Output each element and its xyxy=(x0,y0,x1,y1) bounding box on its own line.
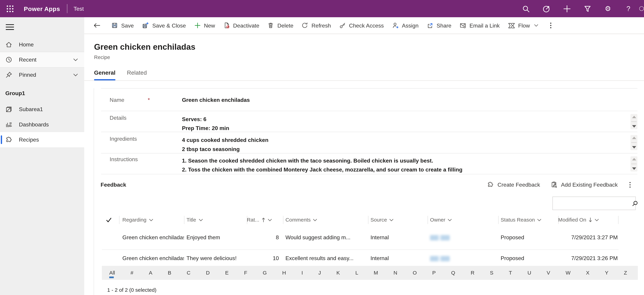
scroll-down-icon[interactable] xyxy=(632,146,636,148)
sidebar-item-dashboards[interactable]: Dashboards xyxy=(0,117,84,132)
jump-bar-item-x[interactable]: X xyxy=(586,266,590,280)
new-button[interactable]: New xyxy=(190,18,219,32)
column-header-comments[interactable]: Comments xyxy=(283,215,368,225)
jump-bar-item-#[interactable]: # xyxy=(130,266,134,280)
account-icon[interactable] xyxy=(639,0,644,17)
jump-bar-item-s[interactable]: S xyxy=(490,266,493,280)
more-commands-icon[interactable] xyxy=(545,18,556,32)
regarding-link[interactable]: Green chicken enchiladas xyxy=(119,229,184,246)
jump-bar-item-m[interactable]: M xyxy=(374,266,378,280)
help-icon[interactable]: ? xyxy=(618,0,639,17)
jump-bar-item-i[interactable]: I xyxy=(302,266,303,280)
table-row[interactable]: Green chicken enchiladas Enjoyed them 8 … xyxy=(102,229,619,246)
sidebar-item-recent[interactable]: Recent xyxy=(0,52,84,67)
save-and-close-button[interactable]: Save & Close xyxy=(138,18,190,32)
save-and-close-label: Save & Close xyxy=(152,22,186,28)
jump-bar-item-q[interactable]: Q xyxy=(451,266,455,280)
column-header-title[interactable]: Title xyxy=(184,215,247,225)
jump-bar-item-z[interactable]: Z xyxy=(624,266,627,280)
jump-bar-item-u[interactable]: U xyxy=(528,266,531,280)
flow-button[interactable]: Flow xyxy=(504,18,542,32)
save-button[interactable]: Save xyxy=(107,18,138,32)
deactivate-button[interactable]: Deactivate xyxy=(219,18,264,32)
jump-bar-item-h[interactable]: H xyxy=(282,266,286,280)
details-field-value[interactable]: Serves: 6 Prep Time: 20 min xyxy=(182,111,638,132)
status-reason-cell: Proposed xyxy=(498,250,558,267)
jump-bar-item-l[interactable]: L xyxy=(356,266,358,280)
jump-bar-item-r[interactable]: R xyxy=(470,266,474,280)
delete-button[interactable]: Delete xyxy=(264,18,298,32)
create-feedback-button[interactable]: Create Feedback xyxy=(484,181,544,188)
jump-bar-item-g[interactable]: G xyxy=(263,266,267,280)
back-button[interactable] xyxy=(90,18,104,32)
column-header-status-reason[interactable]: Status Reason xyxy=(498,215,558,225)
feedback-more-commands-icon[interactable] xyxy=(625,182,635,188)
jump-bar-item-w[interactable]: W xyxy=(566,266,571,280)
jump-bar-item-c[interactable]: C xyxy=(187,266,190,280)
jump-bar-item-o[interactable]: O xyxy=(413,266,417,280)
ingredients-field-value[interactable]: 4 cups cooked shredded chicken 2 tbsp ta… xyxy=(182,132,638,153)
grid-search-input[interactable] xyxy=(553,197,632,210)
title-link[interactable]: They were delicious! xyxy=(184,250,247,267)
instructions-field-value[interactable]: 1. Season the cooked shredded chicken wi… xyxy=(182,153,638,174)
column-header-source[interactable]: Source xyxy=(368,215,428,225)
column-header-regarding[interactable]: Regarding xyxy=(119,215,184,225)
ingredients-scroll-stepper[interactable] xyxy=(630,135,638,150)
sidebar-group-label: Group1 xyxy=(0,87,84,99)
refresh-button[interactable]: Refresh xyxy=(298,18,335,32)
sidebar-item-home[interactable]: Home xyxy=(0,37,84,52)
name-field-value[interactable]: Green chicken enchiladas xyxy=(182,88,638,111)
search-icon[interactable] xyxy=(515,0,536,17)
sidebar-item-pinned[interactable]: Pinned xyxy=(0,67,84,82)
hamburger-menu-icon[interactable] xyxy=(0,17,20,37)
circle-arrow-icon[interactable] xyxy=(536,0,556,17)
scroll-up-icon[interactable] xyxy=(632,158,636,160)
jump-bar-item-a[interactable]: A xyxy=(149,266,152,280)
column-header-modified-on[interactable]: Modified On xyxy=(558,215,618,225)
instructions-scroll-stepper[interactable] xyxy=(630,156,638,172)
chevron-down-icon xyxy=(73,58,78,61)
jump-bar-item-k[interactable]: K xyxy=(336,266,340,280)
jump-bar-item-p[interactable]: P xyxy=(432,266,436,280)
tab-related[interactable]: Related xyxy=(127,69,147,80)
column-header-owner[interactable]: Owner xyxy=(428,215,498,225)
sidebar-item-label: Recent xyxy=(19,57,36,63)
scroll-up-icon[interactable] xyxy=(632,116,636,118)
jump-bar-item-y[interactable]: Y xyxy=(605,266,608,280)
scroll-down-icon[interactable] xyxy=(632,125,636,127)
jump-bar-item-b[interactable]: B xyxy=(168,266,171,280)
field-row-ingredients: Ingredients 4 cups cooked shredded chick… xyxy=(94,132,638,153)
environment-name[interactable]: Test xyxy=(74,5,84,12)
column-header-rating[interactable]: Rat... xyxy=(247,215,283,225)
deactivate-label: Deactivate xyxy=(233,22,259,28)
email-a-link-button[interactable]: Email a Link xyxy=(456,18,504,32)
check-access-button[interactable]: Check Access xyxy=(335,18,388,32)
filter-icon[interactable] xyxy=(577,0,598,17)
grid-search-icon[interactable] xyxy=(632,200,638,207)
title-link[interactable]: Enjoyed them xyxy=(184,229,247,246)
jump-bar-item-f[interactable]: F xyxy=(244,266,248,280)
sidebar-item-recipes[interactable]: Recipes xyxy=(0,132,84,147)
gear-icon[interactable]: ⚙ xyxy=(598,0,618,17)
select-all-check-icon[interactable] xyxy=(102,215,119,225)
add-existing-feedback-button[interactable]: Add Existing Feedback xyxy=(548,181,621,188)
table-row[interactable]: Green chicken enchiladas They were delic… xyxy=(102,250,619,267)
assign-button[interactable]: Assign xyxy=(388,18,423,32)
jump-bar-item-t[interactable]: T xyxy=(509,266,512,280)
scroll-down-icon[interactable] xyxy=(632,167,636,170)
share-button[interactable]: Share xyxy=(422,18,456,32)
waffle-menu-icon[interactable] xyxy=(0,0,20,17)
sidebar-item-subarea1[interactable]: Subarea1 xyxy=(0,102,84,117)
scroll-up-icon[interactable] xyxy=(632,137,636,139)
details-scroll-stepper[interactable] xyxy=(630,114,638,129)
tab-general[interactable]: General xyxy=(94,69,115,80)
app-title[interactable]: Power Apps xyxy=(24,5,60,12)
jump-bar-item-j[interactable]: J xyxy=(318,266,321,280)
jump-bar-item-d[interactable]: D xyxy=(206,266,210,280)
regarding-link[interactable]: Green chicken enchiladas xyxy=(119,250,184,267)
jump-bar-item-e[interactable]: E xyxy=(225,266,229,280)
plus-icon[interactable] xyxy=(556,0,577,17)
jump-bar-item-v[interactable]: V xyxy=(547,266,550,280)
jump-bar-item-all[interactable]: All xyxy=(109,266,115,280)
jump-bar-item-n[interactable]: N xyxy=(394,266,397,280)
